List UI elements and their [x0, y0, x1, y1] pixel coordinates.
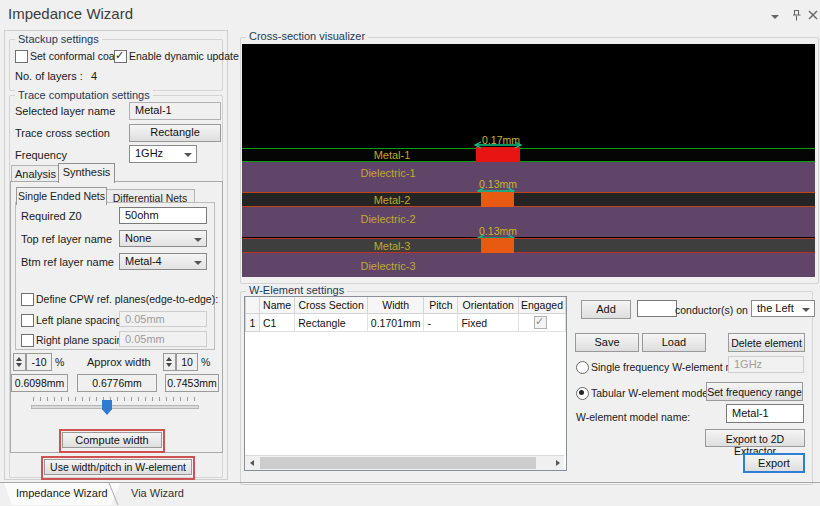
tabular-radio[interactable]: [576, 387, 589, 400]
load-button[interactable]: Load: [642, 333, 706, 352]
plus-percent-value[interactable]: 10: [176, 353, 198, 371]
btm-ref-value: Metal-4: [125, 255, 162, 267]
set-frequency-range-button[interactable]: Set frequency range: [706, 382, 803, 401]
cross-section-label: Trace cross section: [15, 127, 110, 139]
cell-cross-section[interactable]: Rectangle: [295, 314, 368, 332]
chevron-down-icon: [184, 153, 192, 157]
cpw-label[interactable]: Define CPW ref. planes(edge-to-edge):: [36, 293, 218, 305]
page-title: Impedance Wizard: [8, 5, 133, 22]
pin-icon[interactable]: [791, 9, 803, 22]
impedance-wizard-window: Impedance Wizard Stackup settings Set co…: [0, 0, 820, 506]
bottom-divider: [0, 482, 820, 483]
selected-layer-label: Selected layer name: [15, 105, 115, 117]
metal2-label: Metal-2: [337, 194, 447, 206]
welement-group-label: W-Element settings: [246, 284, 347, 296]
add-count-input[interactable]: [637, 300, 677, 317]
metal2-band: [242, 193, 815, 206]
layers-count-label: No. of layers :: [15, 70, 83, 82]
export-button[interactable]: Export: [743, 453, 805, 473]
dielectric3-label: Dielectric-3: [333, 260, 443, 272]
left-spacing-checkbox[interactable]: [21, 314, 34, 327]
slider-ticks: [33, 397, 195, 401]
cell-width[interactable]: 0.1701mm: [367, 314, 424, 332]
chevron-down-icon[interactable]: [770, 11, 782, 21]
cell-engaged[interactable]: [518, 314, 565, 332]
model-name-input[interactable]: Metal-1: [726, 404, 804, 423]
width-approx-field: 0.6776mm: [77, 374, 157, 392]
close-icon[interactable]: [808, 10, 819, 21]
cross-section-button[interactable]: Rectangle: [129, 124, 221, 142]
cell-name[interactable]: C1: [259, 314, 294, 332]
tab-synthesis[interactable]: Synthesis: [58, 163, 115, 183]
row-number[interactable]: 1: [246, 314, 260, 332]
metal3-trace: [481, 238, 514, 253]
metal1-label: Metal-1: [337, 149, 447, 161]
cell-pitch[interactable]: -: [424, 314, 458, 332]
tabular-label[interactable]: Tabular W-element model: [591, 387, 710, 399]
dielectric2-label: Dielectric-2: [333, 213, 443, 225]
top-ref-combo[interactable]: None: [119, 230, 207, 247]
side-combo[interactable]: the Left: [751, 300, 815, 317]
header-cross-section[interactable]: Cross Section: [295, 297, 368, 314]
tab-single-ended-nets[interactable]: Single Ended Nets: [16, 187, 107, 205]
compute-width-button[interactable]: Compute width: [62, 432, 162, 448]
add-button[interactable]: Add: [581, 300, 631, 319]
single-frequency-radio[interactable]: [576, 361, 589, 374]
header-engaged[interactable]: Engaged: [518, 297, 565, 314]
width-slider-track[interactable]: [31, 405, 199, 409]
conformal-coat-checkbox[interactable]: [15, 50, 28, 63]
right-spacing-field: 0.05mm: [119, 331, 207, 347]
dielectric3-band: [242, 253, 815, 277]
dielectric2-band: [242, 207, 815, 237]
table-header-row: Name Cross Section Width Pitch Orientati…: [246, 297, 566, 314]
metal3-band: [242, 239, 815, 252]
btm-ref-combo[interactable]: Metal-4: [119, 253, 207, 270]
left-spacing-label[interactable]: Left plane spacing: [36, 314, 121, 326]
minus-percent-sign: %: [55, 356, 64, 368]
dielectric1-band: [242, 162, 815, 192]
cpw-checkbox[interactable]: [21, 293, 34, 306]
plus-percent-spinner[interactable]: [163, 353, 176, 371]
export-2d-extractor-button[interactable]: Export to 2D Extractor: [705, 429, 805, 447]
cell-orientation[interactable]: Fixed: [458, 314, 519, 332]
chevron-down-icon: [802, 308, 810, 312]
scroll-right-icon[interactable]: [550, 456, 564, 470]
dynamic-update-label[interactable]: Enable dynamic update: [129, 50, 239, 62]
table-row[interactable]: 1 C1 Rectangle 0.1701mm - Fixed: [246, 314, 566, 332]
minus-percent-value[interactable]: -10: [26, 353, 52, 371]
header-width[interactable]: Width: [367, 297, 424, 314]
header-orientation[interactable]: Orientation: [458, 297, 519, 314]
settings-panel: Stackup settings Set conformal coat Enab…: [4, 30, 228, 480]
use-width-pitch-button[interactable]: Use width/pitch in W-element: [44, 459, 192, 475]
table-hscrollbar[interactable]: [245, 455, 564, 470]
visualizer-group-label: Cross-section visualizer: [246, 30, 368, 42]
metal1-trace: [476, 147, 520, 162]
hscroll-thumb[interactable]: [260, 457, 536, 469]
header-name[interactable]: Name: [259, 297, 294, 314]
right-spacing-checkbox[interactable]: [21, 334, 34, 347]
tab-impedance-wizard[interactable]: Impedance Wizard: [16, 487, 108, 499]
metal3-label: Metal-3: [337, 240, 447, 252]
width-min-field: 0.6098mm: [11, 374, 68, 392]
side-value: the Left: [757, 302, 794, 314]
scroll-left-icon[interactable]: [245, 456, 259, 470]
header-corner[interactable]: [246, 297, 260, 314]
tab-via-wizard[interactable]: Via Wizard: [131, 487, 184, 499]
delete-element-button[interactable]: Delete element: [728, 333, 805, 352]
dynamic-update-checkbox[interactable]: [114, 50, 127, 63]
frequency-combo[interactable]: 1GHz: [129, 145, 197, 163]
chevron-down-icon: [194, 261, 202, 265]
left-spacing-field: 0.05mm: [119, 311, 207, 327]
header-pitch[interactable]: Pitch: [424, 297, 458, 314]
layers-count-value: 4: [91, 70, 97, 82]
cross-section-canvas[interactable]: Metal-1 0.17mm Dielectric-1 0.13mm Metal…: [242, 44, 815, 277]
right-spacing-label[interactable]: Right plane spacing: [36, 334, 128, 346]
single-ended-nets-box: [15, 202, 215, 350]
selected-layer-field[interactable]: Metal-1: [129, 102, 221, 120]
conformal-coat-label[interactable]: Set conformal coat: [30, 50, 118, 62]
frequency-label: Frequency: [15, 149, 67, 161]
required-z0-input[interactable]: 50ohm: [119, 207, 207, 224]
minus-percent-spinner[interactable]: [13, 353, 26, 371]
save-button[interactable]: Save: [575, 333, 639, 352]
welement-grid: Name Cross Section Width Pitch Orientati…: [245, 297, 566, 332]
